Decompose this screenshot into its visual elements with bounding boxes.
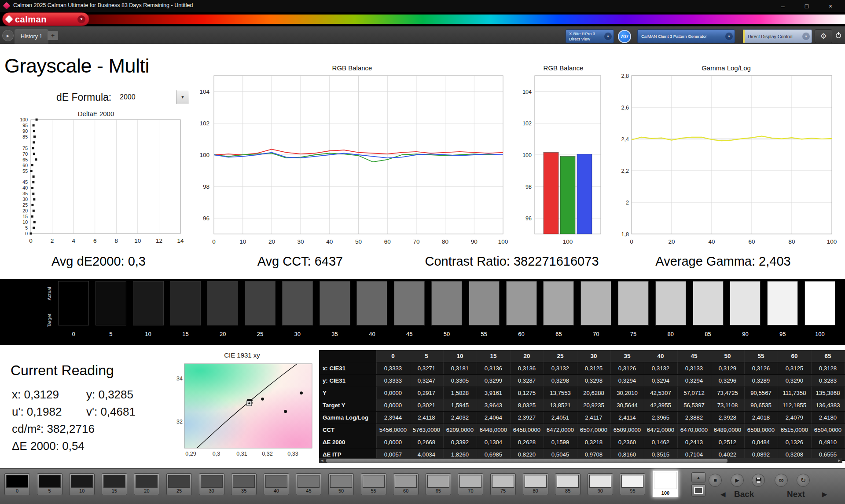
table-cell: 6472,0000 xyxy=(644,424,677,436)
svg-text:2,6: 2,6 xyxy=(621,105,629,111)
svg-text:12: 12 xyxy=(156,237,162,244)
calman-menu-button[interactable]: calman ▼ xyxy=(2,12,89,26)
tab-label: History 1 xyxy=(21,33,42,40)
level-label: 60 xyxy=(393,488,418,493)
scrollbar-thumb[interactable] xyxy=(326,459,727,463)
level-button-60[interactable]: 60 xyxy=(393,473,419,495)
grayscale-patch-25 xyxy=(245,281,276,325)
level-label: 95 xyxy=(620,488,645,493)
close-button[interactable]: × xyxy=(824,3,837,10)
continuous-read-button[interactable]: ∞ xyxy=(775,474,788,487)
reading-y: y: 0,3285 xyxy=(86,388,133,402)
table-row: Gamma Log/Log2,39442,41182,40322,40642,3… xyxy=(319,412,845,424)
scrollbar-track[interactable] xyxy=(325,458,836,463)
table-cell: 1,5828 xyxy=(443,387,477,399)
level-swatch xyxy=(557,475,579,488)
level-swatch xyxy=(265,475,287,488)
level-button-70[interactable]: 70 xyxy=(458,473,483,495)
svg-text:14: 14 xyxy=(177,237,184,244)
level-button-55[interactable]: 55 xyxy=(361,473,386,495)
table-cell: 0,3333 xyxy=(376,362,410,375)
table-cell: 2,4051 xyxy=(544,412,577,424)
add-tab-button[interactable]: + xyxy=(48,31,58,40)
minimize-button[interactable]: – xyxy=(776,3,790,10)
table-cell: 0,3294 xyxy=(644,375,677,387)
table-row: Target Y0,00000,30211,59453,96438,032513… xyxy=(319,399,845,412)
loop-button[interactable]: ↻ xyxy=(797,474,810,487)
svg-text:100: 100 xyxy=(199,152,209,158)
svg-text:RGB Balance: RGB Balance xyxy=(544,64,584,72)
level-button-100[interactable]: 100 xyxy=(652,470,679,497)
svg-text:4: 4 xyxy=(72,237,75,244)
grayscale-patch-label: 25 xyxy=(245,331,276,337)
table-col-header: 40 xyxy=(644,350,677,362)
svg-text:90: 90 xyxy=(22,128,28,134)
level-button-50[interactable]: 50 xyxy=(328,473,354,495)
nav-toggle-button[interactable]: ▸ xyxy=(2,30,14,41)
level-button-20[interactable]: 20 xyxy=(134,473,159,495)
avg-de2000-stat: Avg dE2000: 0,3 xyxy=(51,254,146,269)
back-button[interactable]: Back xyxy=(734,489,754,499)
level-button-65[interactable]: 65 xyxy=(426,473,451,495)
pattern-generator-dropdown[interactable]: CalMAN Client 3 Pattern Generator ▼ xyxy=(637,29,735,43)
table-cell: 6509,0000 xyxy=(610,424,644,436)
svg-text:30: 30 xyxy=(298,238,304,245)
level-button-35[interactable]: 35 xyxy=(231,473,257,495)
chevron-down-icon: ▼ xyxy=(176,90,189,104)
tab-history-1[interactable]: History 1 xyxy=(15,29,48,44)
level-swatch xyxy=(39,475,61,488)
tray-expand-button[interactable]: ▲ xyxy=(691,472,705,482)
table-cell: 90,5567 xyxy=(744,387,778,399)
level-button-80[interactable]: 80 xyxy=(523,473,548,495)
meter-dropdown[interactable]: X-Rite i1Pro 3 Direct View ▼ xyxy=(566,29,614,43)
settings-button[interactable]: ⚙ xyxy=(815,29,832,43)
reading-luminance: cd/m²: 382,2716 xyxy=(12,422,95,436)
next-button[interactable]: Next xyxy=(787,489,805,499)
table-cell: 111,7358 xyxy=(778,387,811,399)
grayscale-patch-label: 95 xyxy=(767,331,798,337)
table-cell: 0,3283 xyxy=(811,375,845,387)
table-cell: 57,0712 xyxy=(677,387,711,399)
level-button-5[interactable]: 5 xyxy=(37,473,62,495)
maximize-button[interactable]: □ xyxy=(800,3,813,10)
level-swatch xyxy=(525,475,547,488)
play-button[interactable]: ▶ xyxy=(731,474,744,487)
pattern-window-button[interactable] xyxy=(691,484,705,497)
level-label: 0 xyxy=(5,488,29,493)
table-cell: 42,3955 xyxy=(644,399,677,412)
next-chevron-icon[interactable]: ▶ xyxy=(822,490,827,498)
level-swatch xyxy=(654,472,677,489)
level-button-0[interactable]: 0 xyxy=(4,473,30,495)
table-cell: 1,5945 xyxy=(443,399,477,412)
level-button-30[interactable]: 30 xyxy=(199,473,224,495)
level-button-45[interactable]: 45 xyxy=(296,473,321,495)
de-formula-dropdown[interactable]: 2000 ▼ xyxy=(116,90,189,104)
grayscale-patch-label: 90 xyxy=(730,331,760,337)
level-button-90[interactable]: 90 xyxy=(588,473,613,495)
level-button-95[interactable]: 95 xyxy=(620,473,645,495)
power-button[interactable] xyxy=(834,31,842,39)
level-button-10[interactable]: 10 xyxy=(69,473,95,495)
level-button-75[interactable]: 75 xyxy=(490,473,516,495)
table-col-header: 50 xyxy=(711,350,744,362)
table-col-header: 60 xyxy=(778,350,811,362)
table-scrollbar[interactable]: ◄ ► xyxy=(319,458,842,463)
meter-count-badge[interactable]: 707 xyxy=(618,30,631,43)
display-control-dropdown[interactable]: Direct Display Control ▼ xyxy=(743,29,812,43)
svg-text:0,34: 0,34 xyxy=(176,376,183,382)
stop-button[interactable]: ■ xyxy=(709,474,722,487)
scroll-left-icon[interactable]: ◄ xyxy=(319,458,325,463)
level-button-15[interactable]: 15 xyxy=(102,473,127,495)
table-cell: 2,4064 xyxy=(477,412,510,424)
scroll-right-icon[interactable]: ► xyxy=(836,458,842,463)
table-cell: 0,3298 xyxy=(544,375,577,387)
svg-text:0: 0 xyxy=(212,238,216,245)
svg-text:40: 40 xyxy=(22,185,28,190)
save-button[interactable] xyxy=(752,474,765,487)
level-button-85[interactable]: 85 xyxy=(555,473,580,495)
level-button-40[interactable]: 40 xyxy=(264,473,289,495)
table-row-label: x: CIE31 xyxy=(319,362,376,375)
level-button-25[interactable]: 25 xyxy=(166,473,192,495)
table-cell: 20,6288 xyxy=(577,387,610,399)
back-chevron-icon[interactable]: ◀ xyxy=(720,490,726,498)
